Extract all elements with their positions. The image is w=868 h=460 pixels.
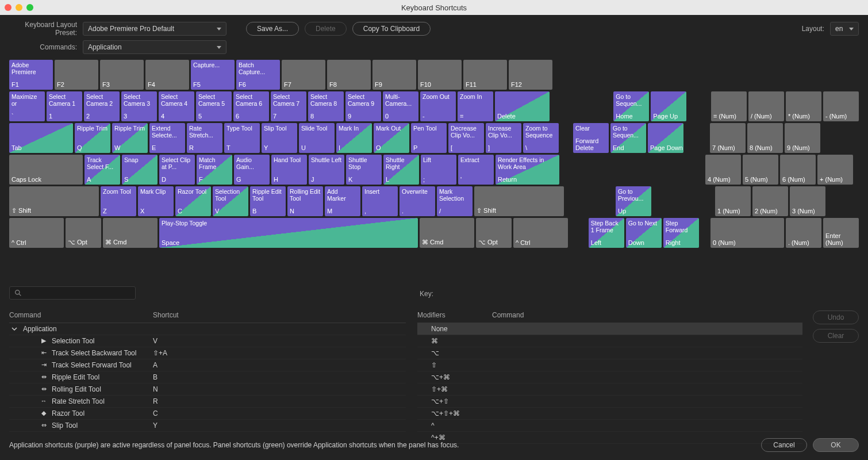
key-f7[interactable]: F7 <box>282 60 325 90</box>
key-space[interactable]: Play-Stop ToggleSpace <box>159 218 418 248</box>
key--[interactable]: Decrease Clip Vo...[ <box>448 123 484 153</box>
key-end[interactable]: Go to Sequen...End <box>610 123 646 153</box>
maximize-icon[interactable] <box>26 4 33 11</box>
key--num-[interactable]: = (Num) <box>711 91 747 121</box>
key-f4[interactable]: F4 <box>145 60 189 90</box>
key--shift[interactable]: ⇧ Shift <box>9 186 99 216</box>
key-f5[interactable]: Capture...F5 <box>191 60 235 90</box>
key-o[interactable]: Mark OutO <box>374 123 409 153</box>
key-c[interactable]: Razor ToolC <box>175 186 211 216</box>
key-v[interactable]: Selection ToolV <box>213 186 248 216</box>
key-page-up[interactable]: Page Up <box>651 91 686 121</box>
modifier-row[interactable]: ⇧+⌘ <box>417 384 802 396</box>
key-u[interactable]: Slide ToolU <box>299 123 335 153</box>
key-0[interactable]: Multi-Camera...0 <box>383 91 418 121</box>
key-5-num-[interactable]: 5 (Num) <box>743 155 778 185</box>
modifier-row[interactable]: None <box>417 323 802 335</box>
command-row[interactable]: ⇥Track Select Forward ToolA <box>9 359 406 371</box>
key-x[interactable]: Mark ClipX <box>138 186 174 216</box>
command-row[interactable]: ↔Rate Stretch ToolR <box>9 396 406 408</box>
key-6-num-[interactable]: 6 (Num) <box>780 155 816 185</box>
key--ctrl[interactable]: ^ Ctrl <box>9 218 64 248</box>
close-icon[interactable] <box>5 4 11 11</box>
key-w[interactable]: Ripple TrimW <box>112 123 148 153</box>
key-f[interactable]: Match FrameF <box>197 155 232 185</box>
key-forward-delete[interactable]: ClearForward Delete <box>573 123 609 153</box>
command-row[interactable]: ⇹Rolling Edit ToolN <box>9 384 406 396</box>
key--num-[interactable]: . (Num) <box>786 218 821 248</box>
key-3-num-[interactable]: 3 (Num) <box>790 186 825 216</box>
key--[interactable]: Overwrite. <box>400 186 435 216</box>
modifier-row[interactable]: ⌘ <box>417 335 802 347</box>
key-f6[interactable]: Batch Capture...F6 <box>236 60 280 90</box>
key--num-[interactable]: * (Num) <box>786 91 821 121</box>
key-9-num-[interactable]: 9 (Num) <box>785 123 820 153</box>
key-n[interactable]: Rolling Edit ToolN <box>287 186 323 216</box>
key-k[interactable]: Shuttle StopK <box>346 155 382 185</box>
key-home[interactable]: Go to Sequen...Home <box>613 91 649 121</box>
command-row[interactable]: ⇹Ripple Edit ToolB <box>9 371 406 384</box>
commands-select[interactable]: Application <box>83 40 226 54</box>
key-s[interactable]: SnapS <box>122 155 158 185</box>
key-l[interactable]: Shuttle RightL <box>383 155 419 185</box>
key--num-[interactable]: / (Num) <box>748 91 784 121</box>
key--cmd[interactable]: ⌘ Cmd <box>103 218 158 248</box>
key--num-[interactable]: - (Num) <box>823 91 859 121</box>
key--[interactable]: Insert, <box>362 186 398 216</box>
key-4[interactable]: Select Camera 44 <box>159 91 194 121</box>
search-input[interactable] <box>9 286 136 300</box>
modifier-row[interactable]: ⇧ <box>417 359 802 371</box>
key--[interactable]: Zoom to Sequence\ <box>523 123 559 153</box>
ok-button[interactable]: OK <box>813 438 859 452</box>
key-return[interactable]: Render Effects in Work AreaReturn <box>496 155 559 185</box>
key--[interactable]: Lift; <box>421 155 456 185</box>
key--[interactable]: Zoom Out- <box>420 91 456 121</box>
key-delete[interactable]: Delete <box>495 91 550 121</box>
key--[interactable]: Extract' <box>458 155 494 185</box>
save-as-button[interactable]: Save As... <box>246 22 299 36</box>
key-left[interactable]: Step Back 1 FrameLeft <box>589 218 624 248</box>
key-d[interactable]: Select Clip at P...D <box>159 155 195 185</box>
modifier-row[interactable]: ⌥+⇧+⌘ <box>417 408 802 420</box>
key--[interactable]: Mark Selection/ <box>437 186 473 216</box>
key-f1[interactable]: Adobe PremiereF1 <box>9 60 53 90</box>
key--[interactable]: Maximize or` <box>9 91 45 121</box>
key-up[interactable]: Go to Previou...Up <box>616 186 651 216</box>
modifier-row[interactable]: ⌥+⌘ <box>417 371 802 384</box>
key-7[interactable]: Select Camera 77 <box>271 91 306 121</box>
key-8[interactable]: Select Camera 88 <box>308 91 344 121</box>
key-f8[interactable]: F8 <box>327 60 371 90</box>
key-f9[interactable]: F9 <box>372 60 416 90</box>
layout-select[interactable]: en <box>830 22 859 36</box>
key-q[interactable]: Ripple TrimQ <box>75 123 110 153</box>
key-1-num-[interactable]: 1 (Num) <box>715 186 751 216</box>
command-row[interactable]: ⇤Track Select Backward Tool⇧+A <box>9 347 406 359</box>
key--shift[interactable]: ⇧ Shift <box>474 186 564 216</box>
key-5[interactable]: Select Camera 55 <box>196 91 232 121</box>
key-tab[interactable]: Tab <box>9 123 73 153</box>
key-m[interactable]: Add MarkerM <box>325 186 360 216</box>
key-r[interactable]: Rate Stretch...R <box>187 123 222 153</box>
key-down[interactable]: Go to NextDown <box>626 218 662 248</box>
key-g[interactable]: Audio Gain...G <box>234 155 270 185</box>
key-f11[interactable]: F11 <box>463 60 507 90</box>
key-i[interactable]: Mark InI <box>336 123 372 153</box>
key-y[interactable]: Slip ToolY <box>262 123 297 153</box>
key--opt[interactable]: ⌥ Opt <box>476 218 512 248</box>
key--opt[interactable]: ⌥ Opt <box>66 218 101 248</box>
key-caps-lock[interactable]: Caps Lock <box>9 155 83 185</box>
key-p[interactable]: Pen ToolP <box>411 123 447 153</box>
key-f10[interactable]: F10 <box>418 60 462 90</box>
key-h[interactable]: Hand ToolH <box>271 155 307 185</box>
modifier-row[interactable]: ⌥ <box>417 347 802 359</box>
cancel-button[interactable]: Cancel <box>761 438 807 452</box>
key--[interactable]: Zoom In= <box>458 91 493 121</box>
key-9[interactable]: Select Camera 99 <box>345 91 381 121</box>
key-page-down[interactable]: Page Down <box>648 123 683 153</box>
app-root-row[interactable]: Application <box>9 323 406 335</box>
modifier-row[interactable]: ⌥+⇧ <box>417 396 802 408</box>
key-3[interactable]: Select Camera 33 <box>121 91 157 121</box>
key-t[interactable]: Type ToolT <box>224 123 260 153</box>
key-6[interactable]: Select Camera 66 <box>233 91 269 121</box>
key-f3[interactable]: F3 <box>100 60 144 90</box>
